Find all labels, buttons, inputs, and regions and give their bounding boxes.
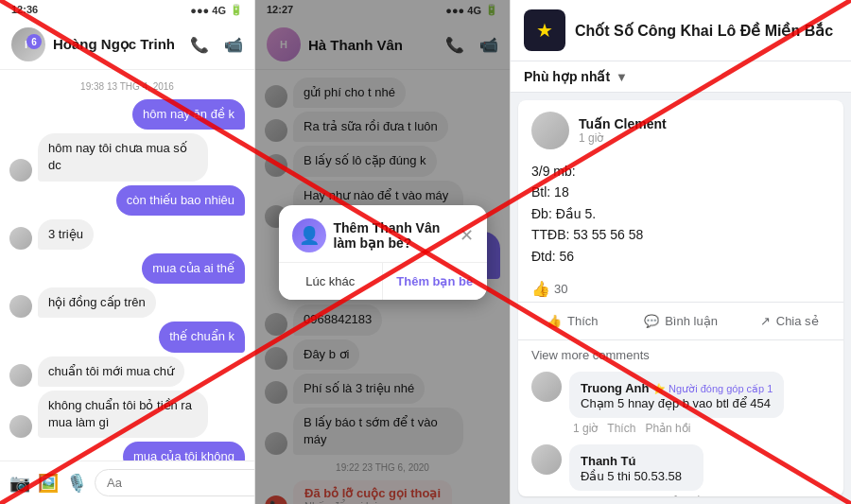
msg-row: mua của tôi không [9, 442, 245, 461]
comment-reply-2[interactable]: Phản hồi [658, 495, 703, 496]
fb-comments-section: View more comments Truong Anh ⭐ Người đó… [518, 339, 843, 496]
dialog-buttons: Lúc khác Thêm bạn bè [279, 262, 487, 300]
fb-comment: Truong Anh ⭐ Người đóng góp cấp 1 Chạm 5… [531, 372, 830, 435]
notification-badge-left: 6 [26, 34, 42, 49]
fb-panel: ★ Chốt Số Công Khai Lô Đề Miền Bắc Phù h… [511, 0, 851, 504]
avatar-small [9, 364, 32, 387]
post-line: TTĐB: 53 55 56 58 [531, 224, 830, 245]
avatar-small [9, 415, 32, 438]
msg-row: không chuẩn tôi bỏ tiền ra mua làm gì [9, 391, 245, 438]
post-line: Btl: 18 [531, 182, 830, 202]
comment-content-1: Truong Anh ⭐ Người đóng góp cấp 1 Chạm 5… [569, 372, 784, 418]
dialog-title-row: 👤 Thêm Thanh Vân làm bạn bè? ✕ [279, 205, 487, 262]
bubble-left: hội đồng cấp trên [38, 287, 156, 318]
comment-like-1[interactable]: Thích [607, 422, 635, 435]
share-label: Chia sẻ [776, 314, 819, 328]
commenter-avatar-1 [531, 372, 562, 402]
bubble-right: mua của tôi không [123, 442, 245, 461]
share-icon: ↗ [760, 314, 771, 328]
dialog-user-icon: 👤 [292, 218, 326, 252]
fb-post-author: Tuấn Clement [579, 116, 667, 131]
avatar-small [9, 159, 32, 182]
avatar-small [9, 295, 32, 318]
comment-meta-2: 28 phút Thích Phản hồi [569, 495, 703, 496]
fb-post-actions: 👍 Thích 💬 Bình luận ↗ Chia sẻ [518, 302, 843, 339]
post-line: 3/9 mb: [531, 161, 830, 182]
msg-row: hội đồng cấp trên [9, 287, 245, 318]
comment-reply-1[interactable]: Phản hồi [645, 422, 690, 435]
msg-row: thế chuẩn k [9, 322, 245, 352]
fb-post-content: 3/9 mb: Btl: 18 Đb: Đầu 5. TTĐB: 53 55 5… [518, 157, 843, 276]
commenter-badge-1: ⭐ Người đóng góp cấp 1 [652, 383, 773, 394]
video-icon-left[interactable]: 📹 [224, 36, 243, 54]
bubble-left: hôm nay tôi chưa mua số dc [38, 133, 208, 181]
likes-count: 30 [554, 282, 567, 296]
thumbs-up-icon: 👍 [547, 314, 562, 328]
fb-post-info: Tuấn Clement 1 giờ [579, 116, 667, 145]
time-left: 12:36 [11, 4, 38, 16]
star-icon: ★ [536, 19, 553, 42]
comment-meta-1: 1 giờ Thích Phản hồi [569, 422, 784, 435]
dialog-close-button[interactable]: ✕ [460, 225, 474, 246]
bubble-right: hôm nay ăn đề k [132, 99, 245, 130]
mic-icon[interactable]: 🎙️ [66, 473, 87, 494]
message-input-left[interactable] [95, 469, 255, 496]
commenter-name-2: Thanh Tú [581, 454, 636, 468]
fb-filter-bar: Phù hợp nhất ▼ [511, 61, 851, 93]
comment-text-1: Chạm 5 hnay đẹp b vao btl để 454 [581, 396, 773, 410]
msg-row: hôm nay ăn đề k [9, 99, 245, 130]
fb-page-name: Chốt Số Công Khai Lô Đề Miền Bắc [575, 22, 833, 40]
fb-filter-label: Phù hợp nhất [524, 69, 610, 84]
chat-header-left: H 6 Hoàng Ngọc Trinh 📞 📹 [0, 20, 254, 70]
camera-icon[interactable]: 📷 [9, 473, 30, 494]
image-icon[interactable]: 🖼️ [38, 473, 59, 494]
friend-request-dialog: 👤 Thêm Thanh Vân làm bạn bè? ✕ Lúc khác … [279, 205, 487, 300]
bubble-right: còn thiếu bao nhiêu [116, 185, 245, 216]
dialog-title-text: Thêm Thanh Vân làm bạn bè? [334, 220, 452, 251]
like-emoji-icon: 👍 [531, 280, 550, 298]
avatar-left: H 6 [11, 27, 45, 61]
msg-row: chuẩn tôi mới mua chứ [9, 356, 245, 387]
msg-row: 3 triệu [9, 219, 245, 250]
commenter-avatar-2 [531, 444, 562, 475]
dialog-add-friend-button[interactable]: Thêm bạn bè [383, 263, 487, 300]
comment-time-2: 28 phút [573, 495, 611, 496]
contact-name-left: Hoàng Ngọc Trinh [53, 36, 182, 53]
like-label: Thích [567, 314, 599, 328]
fb-comment-2: Thanh Tú Đầu 5 thi 50.53.58 28 phút Thíc… [531, 444, 830, 496]
view-more-comments[interactable]: View more comments [531, 348, 830, 362]
chat-panel-middle: 12:27 ●●● 4G 🔋 H Hà Thanh Vân 📞 📹 gửi ph… [255, 0, 511, 504]
header-icons-left[interactable]: 📞 📹 [190, 36, 243, 54]
comment-content-2: Thanh Tú Đầu 5 thi 50.53.58 [569, 444, 703, 491]
chat-input-bar-left: 📷 🖼️ 🎙️ 😊 👍 [0, 461, 254, 504]
fb-post-time: 1 giờ [579, 131, 667, 145]
phone-icon-left[interactable]: 📞 [190, 36, 209, 54]
fb-post: Tuấn Clement 1 giờ 3/9 mb: Btl: 18 Đb: Đ… [518, 100, 843, 496]
signal-icons-left: ●●● 4G 🔋 [190, 4, 243, 16]
post-line: Đtd: 56 [531, 246, 830, 267]
friend-request-dialog-overlay: 👤 Thêm Thanh Vân làm bạn bè? ✕ Lúc khác … [255, 0, 510, 504]
fb-likes-row: 👍 30 [518, 276, 843, 302]
comment-action-button[interactable]: 💬 Bình luận [627, 306, 736, 336]
msg-row: mua của ai thế [9, 253, 245, 284]
like-action-button[interactable]: 👍 Thích [518, 306, 627, 336]
bubble-right: thế chuẩn k [159, 322, 245, 352]
messages-left: 19:38 13 THG 4, 2016 hôm nay ăn đề k hôm… [0, 70, 254, 461]
bubble-left: chuẩn tôi mới mua chứ [38, 356, 184, 387]
fb-post-header: Tuấn Clement 1 giờ [518, 100, 843, 157]
chat-panel-left: 12:36 ●●● 4G 🔋 H 6 Hoàng Ngọc Trinh 📞 📹 … [0, 0, 255, 504]
filter-dropdown-icon[interactable]: ▼ [616, 70, 628, 84]
dialog-later-button[interactable]: Lúc khác [279, 263, 384, 300]
bubble-right: mua của ai thế [142, 253, 245, 284]
fb-post-avatar [531, 112, 569, 149]
bubble-left: không chuẩn tôi bỏ tiền ra mua làm gì [38, 391, 208, 438]
msg-row: hôm nay tôi chưa mua số dc [9, 133, 245, 181]
comment-label: Bình luận [665, 314, 718, 328]
bubble-left: 3 triệu [38, 219, 94, 250]
post-line: Đb: Đầu 5. [531, 203, 830, 224]
comment-like-2[interactable]: Thích [620, 495, 649, 496]
share-action-button[interactable]: ↗ Chia sẻ [735, 306, 843, 336]
signal-icon: ●●● 4G [190, 5, 226, 16]
comment-time-1: 1 giờ [573, 422, 598, 435]
battery-icon: 🔋 [230, 4, 243, 16]
